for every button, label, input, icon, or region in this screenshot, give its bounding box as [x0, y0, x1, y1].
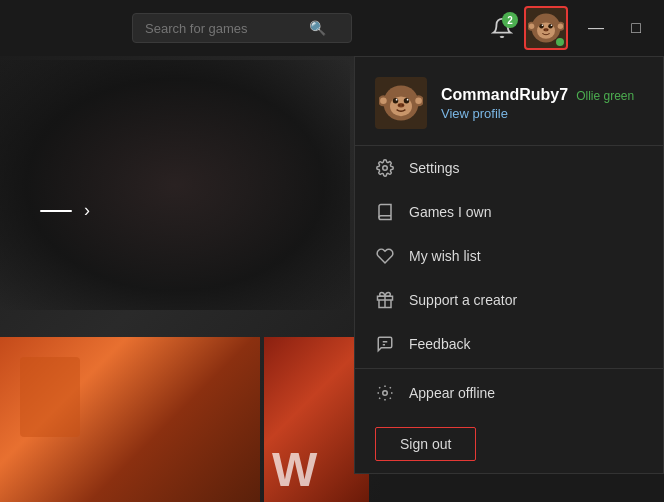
avatar-button[interactable]	[524, 6, 568, 50]
menu-item-wish-list[interactable]: My wish list	[355, 234, 663, 278]
offline-icon	[375, 383, 395, 403]
carousel-indicator	[40, 210, 72, 212]
svg-point-12	[558, 24, 563, 29]
svg-point-5	[551, 25, 552, 26]
wish-list-label: My wish list	[409, 248, 481, 264]
feedback-label: Feedback	[409, 336, 470, 352]
svg-point-31	[383, 391, 388, 396]
appear-offline-label: Appear offline	[409, 385, 495, 401]
svg-point-15	[393, 98, 399, 104]
svg-point-10	[529, 24, 534, 29]
heart-icon	[375, 246, 395, 266]
sign-out-button[interactable]: Sign out	[375, 427, 476, 461]
header-icons: 2	[484, 6, 652, 50]
header: 🔍 2	[0, 0, 664, 56]
svg-point-2	[539, 24, 544, 29]
menu-item-settings[interactable]: Settings	[355, 146, 663, 190]
carousel-navigation: ›	[40, 200, 90, 221]
notification-badge: 2	[502, 12, 518, 28]
view-profile-link[interactable]: View profile	[441, 106, 634, 121]
maximize-button[interactable]: □	[620, 12, 652, 44]
svg-point-3	[548, 24, 553, 29]
profile-name-row: CommandRuby7 Ollie green	[441, 86, 634, 104]
svg-point-25	[415, 98, 422, 105]
search-icon: 🔍	[309, 20, 326, 36]
window-controls: — □	[580, 12, 652, 44]
books-icon	[375, 202, 395, 222]
minimize-button[interactable]: —	[580, 12, 612, 44]
gift-icon	[375, 290, 395, 310]
profile-section: CommandRuby7 Ollie green View profile	[355, 57, 663, 146]
support-creator-label: Support a creator	[409, 292, 517, 308]
svg-point-18	[407, 99, 409, 101]
menu-item-support-creator[interactable]: Support a creator	[355, 278, 663, 322]
svg-point-21	[402, 104, 404, 106]
sign-out-container: Sign out	[355, 415, 663, 473]
carousel-next-button[interactable]: ›	[84, 200, 90, 221]
profile-avatar	[375, 77, 427, 129]
svg-point-4	[542, 25, 543, 26]
profile-avatar-image	[379, 81, 423, 125]
profile-info: CommandRuby7 Ollie green View profile	[441, 86, 634, 121]
svg-point-17	[396, 99, 398, 101]
svg-point-7	[544, 29, 546, 31]
games-own-label: Games I own	[409, 204, 491, 220]
profile-status: Ollie green	[576, 89, 634, 103]
menu-item-games-own[interactable]: Games I own	[355, 190, 663, 234]
profile-username: CommandRuby7	[441, 86, 568, 104]
online-indicator	[556, 38, 564, 46]
search-input[interactable]	[145, 21, 305, 36]
menu-divider	[355, 368, 663, 369]
svg-point-20	[398, 104, 400, 106]
user-dropdown: CommandRuby7 Ollie green View profile Se…	[354, 56, 664, 474]
thumbnail-1	[0, 337, 260, 502]
notifications-button[interactable]: 2	[484, 10, 520, 46]
menu-item-feedback[interactable]: Feedback	[355, 322, 663, 366]
game-thumbnails: W	[0, 337, 370, 502]
feedback-icon	[375, 334, 395, 354]
background-figure	[0, 60, 350, 310]
svg-point-26	[383, 166, 388, 171]
gear-icon	[375, 158, 395, 178]
settings-label: Settings	[409, 160, 460, 176]
svg-point-8	[546, 29, 548, 31]
menu-item-appear-offline[interactable]: Appear offline	[355, 371, 663, 415]
search-bar[interactable]: 🔍	[132, 13, 352, 43]
svg-point-16	[404, 98, 410, 104]
svg-point-23	[380, 98, 387, 105]
